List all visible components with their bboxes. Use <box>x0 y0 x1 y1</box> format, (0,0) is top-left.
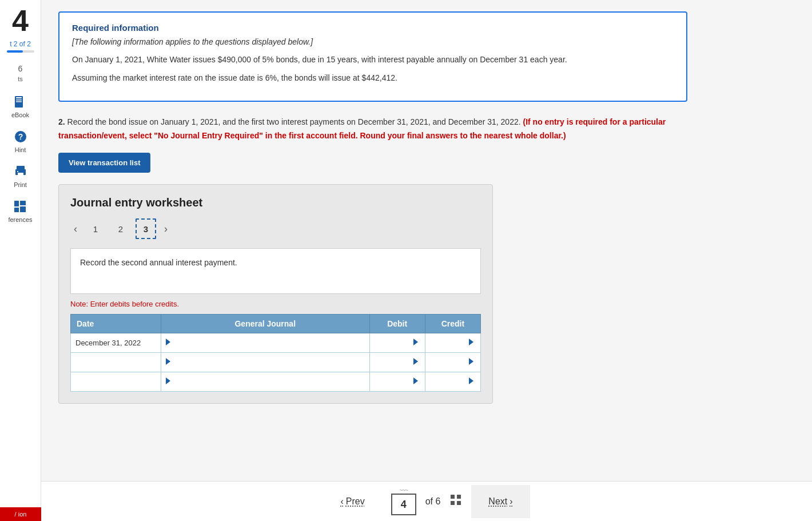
cell-indicator-icon <box>469 358 473 365</box>
required-info-paragraph1: On January 1, 2021, White Water issues $… <box>72 53 674 66</box>
svg-text:?: ? <box>18 132 23 141</box>
required-info-paragraph2: Assuming the market interest rate on the… <box>72 71 674 84</box>
ebook-icon <box>12 94 28 110</box>
journal-cell-3[interactable] <box>161 372 369 392</box>
squiggle: ~~~ <box>399 487 408 494</box>
tab-next-arrow[interactable]: › <box>161 222 171 236</box>
print-label: Print <box>14 181 27 188</box>
ebook-label: eBook <box>11 112 29 118</box>
debit-cell-2[interactable] <box>369 353 425 372</box>
tab-prev-arrow[interactable]: ‹ <box>70 222 81 236</box>
print-tool[interactable]: Print <box>13 164 29 188</box>
hint-icon: ? <box>13 129 29 145</box>
cell-indicator-icon <box>166 358 170 365</box>
note-text: Note: Enter debits before credits. <box>70 300 481 308</box>
col-header-debit: Debit <box>369 315 425 333</box>
svg-rect-2 <box>16 100 22 101</box>
next-label: Next <box>488 496 507 507</box>
question-number-label: 2. <box>58 117 65 126</box>
svg-rect-14 <box>451 495 455 499</box>
cell-indicator-icon <box>166 339 170 345</box>
table-row: December 31, 2022 <box>71 333 481 353</box>
journal-cell-1[interactable] <box>161 333 369 353</box>
svg-rect-3 <box>16 101 22 102</box>
date-cell-3 <box>71 372 161 392</box>
journal-cell-2[interactable] <box>161 353 369 372</box>
svg-rect-13 <box>20 206 26 212</box>
cell-indicator-icon <box>166 377 170 384</box>
references-label: ferences <box>8 216 32 223</box>
question-text-part1: Record the bond issue on January 1, 2021… <box>67 117 523 126</box>
journal-table: Date General Journal Debit Credit Decemb… <box>70 314 481 392</box>
worksheet-title: Journal entry worksheet <box>70 196 481 209</box>
references-tool[interactable]: ferences <box>8 198 32 223</box>
references-icon <box>12 198 28 214</box>
svg-rect-10 <box>14 201 19 206</box>
table-row <box>71 353 481 372</box>
ebook-tool[interactable]: eBook <box>11 94 29 118</box>
cell-indicator-icon <box>413 339 418 345</box>
required-info-box: Required information [The following info… <box>58 11 687 102</box>
table-row <box>71 372 481 392</box>
next-arrow-icon: › <box>510 496 512 507</box>
question-number: 4 <box>12 6 29 35</box>
hint-tool[interactable]: ? Hint <box>13 129 29 153</box>
tab-navigation: ‹ 1 2 3 › <box>70 218 481 239</box>
total-pages-text: of 6 <box>425 496 441 507</box>
part-indicator: t 2 of 2 <box>10 40 31 48</box>
cell-indicator-icon <box>413 358 418 365</box>
svg-rect-15 <box>457 495 461 499</box>
question-text: 2. Record the bond issue on January 1, 2… <box>58 116 687 143</box>
main-content: Required information [The following info… <box>41 0 812 521</box>
credit-cell-3[interactable] <box>425 372 480 392</box>
page-number-input[interactable] <box>391 494 416 515</box>
sidebar-number: 6 <box>18 64 23 73</box>
cell-indicator-icon <box>469 339 473 345</box>
page-input-wrapper: ~~~ <box>391 487 416 515</box>
col-header-credit: Credit <box>425 315 480 333</box>
view-transaction-button[interactable]: View transaction list <box>58 153 150 173</box>
bottom-navigation: ‹ Prev ~~~ of 6 Next › <box>41 481 812 521</box>
description-text: Record the second annual interest paymen… <box>80 258 237 267</box>
sidebar: 4 t 2 of 2 6 ts eBook ? <box>0 0 41 521</box>
col-header-journal: General Journal <box>161 315 369 333</box>
svg-rect-8 <box>18 173 23 176</box>
hint-label: Hint <box>15 146 26 153</box>
prev-arrow-icon: ‹ <box>340 496 343 507</box>
journal-worksheet: Journal entry worksheet ‹ 1 2 3 › Record… <box>58 184 493 404</box>
tab-1[interactable]: 1 <box>85 218 106 239</box>
progress-bar-fill <box>7 50 23 53</box>
svg-rect-9 <box>17 171 18 172</box>
date-cell-1: December 31, 2022 <box>71 333 161 353</box>
debit-cell-3[interactable] <box>369 372 425 392</box>
date-cell-2 <box>71 353 161 372</box>
progress-bar <box>7 50 34 53</box>
credit-cell-2[interactable] <box>425 353 480 372</box>
required-info-subtitle: [The following information applies to th… <box>72 37 674 46</box>
cell-indicator-icon <box>469 377 473 384</box>
sidebar-label: ts <box>18 75 23 82</box>
print-icon <box>13 164 29 180</box>
next-button[interactable]: Next › <box>471 485 530 518</box>
prev-label: Prev <box>346 496 365 507</box>
tab-2[interactable]: 2 <box>110 218 131 239</box>
debit-cell-1[interactable] <box>369 333 425 353</box>
svg-rect-11 <box>14 208 19 212</box>
cell-indicator-icon <box>413 377 418 384</box>
tab-3[interactable]: 3 <box>136 218 156 239</box>
grid-icon[interactable] <box>449 494 462 509</box>
description-box: Record the second annual interest paymen… <box>70 248 481 294</box>
svg-rect-16 <box>451 501 455 505</box>
credit-cell-1[interactable] <box>425 333 480 353</box>
svg-rect-12 <box>20 201 26 205</box>
svg-rect-1 <box>16 97 22 98</box>
bottom-sidebar-bar: / ion <box>0 507 41 521</box>
svg-rect-17 <box>457 501 461 505</box>
col-header-date: Date <box>71 315 161 333</box>
prev-button[interactable]: ‹ Prev <box>323 485 381 518</box>
required-info-title: Required information <box>72 23 674 33</box>
